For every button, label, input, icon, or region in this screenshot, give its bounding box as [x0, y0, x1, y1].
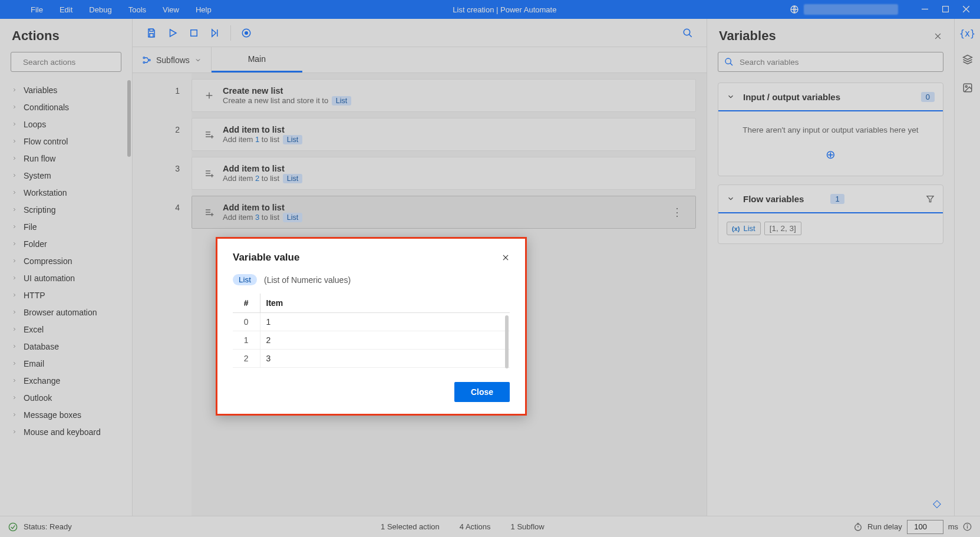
close-dialog-icon[interactable] [501, 253, 510, 262]
table-row[interactable]: 01 [233, 313, 510, 331]
variable-name-pill: List [233, 274, 257, 285]
dialog-title: Variable value [233, 252, 501, 263]
col-item: Item [260, 294, 510, 313]
variable-type-desc: (List of Numeric values) [264, 275, 351, 285]
col-index: # [233, 294, 260, 313]
variable-value-dialog: Variable value List (List of Numeric val… [216, 237, 527, 416]
table-row[interactable]: 12 [233, 331, 510, 350]
close-button[interactable]: Close [454, 382, 510, 402]
dialog-scrollbar[interactable] [505, 315, 509, 368]
table-row[interactable]: 23 [233, 350, 510, 368]
variable-value-table: #Item 011223 [233, 294, 510, 368]
